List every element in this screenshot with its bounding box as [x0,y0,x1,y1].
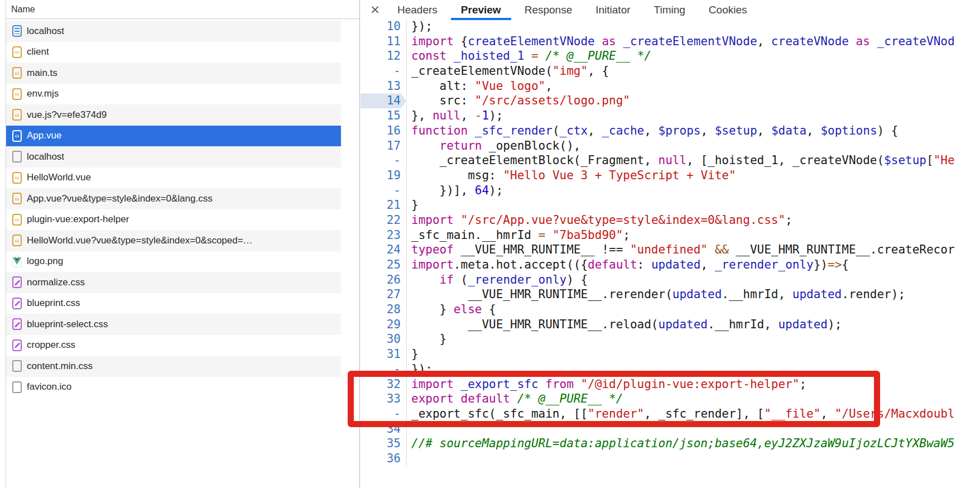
code-text: import.meta.hot.accept(({default: update… [407,257,849,272]
line-number[interactable]: - [361,183,406,198]
code-line: -_export_sfc(_sfc_main, [["render", _sfc… [361,406,980,422]
line-number[interactable]: 12 [361,49,406,64]
plain-icon [12,151,22,162]
file-row[interactable]: ‹›HelloWorld.vue [6,168,341,189]
line-number[interactable]: 34 [361,422,406,437]
line-number[interactable]: 10 [361,19,406,34]
request-details-panel: ✕ HeadersPreviewResponseInitiatorTimingC… [361,0,980,488]
line-number[interactable]: 22 [361,213,406,228]
code-line: 25import.meta.hot.accept(({default: upda… [361,257,980,272]
script-icon: ‹› [12,214,22,226]
code-line: 32import _export_sfc from "/@id/plugin-v… [361,377,980,392]
line-number[interactable]: 21 [361,198,406,213]
devtools-network-panel: Name localhost‹›client‹›main.ts‹›env.mjs… [0,0,980,488]
tab-preview[interactable]: Preview [451,0,511,20]
line-number[interactable]: - [361,406,406,422]
code-line: 28 } else { [361,302,980,317]
left-scrollbar-track[interactable] [0,0,6,488]
line-number[interactable]: 31 [361,347,406,362]
code-text: import {createElementVNode as _createEle… [407,34,955,49]
close-icon[interactable]: ✕ [363,0,387,20]
tab-cookies[interactable]: Cookies [699,0,757,20]
line-number[interactable]: 11 [361,34,406,49]
code-text: alt: "Vue logo", [407,79,553,94]
css-icon [12,276,22,288]
code-line: 34 [361,422,980,437]
file-row[interactable]: blueprint.css [6,293,341,314]
file-name-label: blueprint.css [27,298,80,309]
plain-icon [12,381,22,393]
file-row[interactable]: blueprint-select.css [6,314,341,335]
line-number[interactable]: 24 [361,242,406,257]
line-number[interactable]: 32 [361,377,406,392]
file-row[interactable]: localhost [6,146,341,168]
line-number[interactable]: 16 [361,123,406,138]
tab-headers[interactable]: Headers [387,0,448,20]
panel-splitter[interactable] [359,0,360,488]
file-row[interactable]: ‹›vue.js?v=efe374d9 [6,104,341,126]
line-number-highlighted[interactable]: 14 [361,93,406,108]
line-number[interactable]: 28 [361,302,406,317]
tab-initiator[interactable]: Initiator [585,0,640,20]
file-row[interactable]: ‹›plugin-vue:export-helper [6,209,341,231]
file-row[interactable]: favicon.ico [6,377,341,398]
code-text: } [407,332,446,347]
code-text: __VUE_HMR_RUNTIME__.rerender(updated.__h… [407,287,905,302]
line-number[interactable]: 35 [361,436,406,451]
code-text: msg: "Hello Vue 3 + TypeScript + Vite" [407,168,736,183]
code-line: 17 return _openBlock(), [361,138,980,154]
line-number[interactable]: - [361,64,406,79]
line-number[interactable]: 26 [361,272,406,288]
code-text: _createElementVNode("img", { [407,64,609,79]
code-line: 36 [361,451,980,466]
details-tabbar: ✕ HeadersPreviewResponseInitiatorTimingC… [361,0,761,20]
line-number[interactable]: 19 [361,168,406,183]
code-text: return _openBlock(), [407,138,580,154]
file-row[interactable]: ‹›HelloWorld.vue?vue&type=style&index=0&… [6,230,341,251]
preview-code-view[interactable]: 10});11import {createElementVNode as _cr… [361,19,980,488]
code-line: 23_sfc_main.__hmrId = "7ba5bd90"; [361,228,980,243]
file-row[interactable]: ‹›main.ts [6,63,341,84]
css-icon [12,339,22,351]
line-number[interactable]: 27 [361,287,406,302]
file-name-label: content.min.css [27,361,93,372]
line-number[interactable]: 23 [361,228,406,243]
file-row[interactable]: localhost [6,21,341,42]
script-icon: ‹› [12,172,22,184]
file-row[interactable]: cropper.css [6,335,341,356]
line-number[interactable]: 33 [361,391,406,406]
document-icon [12,25,22,37]
file-row[interactable]: ‹›App.vue?vue&type=style&index=0&lang.cs… [6,188,341,209]
line-number[interactable]: 13 [361,79,406,94]
code-text: _createElementBlock(_Fragment, null, [_h… [407,153,955,168]
line-number[interactable]: - [361,362,406,377]
file-row[interactable]: logo.png [6,251,341,272]
code-line: 24typeof __VUE_HMR_RUNTIME__ !== "undefi… [361,242,980,257]
file-name-label: cropper.css [27,339,75,351]
code-text: import "/src/App.vue?vue&type=style&inde… [407,213,792,228]
code-text: //# sourceMappingURL=data:application/js… [407,436,955,451]
line-number[interactable]: 29 [361,317,406,332]
line-number[interactable]: 36 [361,451,406,466]
file-row[interactable]: content.min.css [6,356,341,377]
line-number[interactable]: - [361,153,406,168]
file-name-label: HelloWorld.vue?vue&type=style&index=0&sc… [27,235,253,246]
code-line: 13 alt: "Vue logo", [361,79,980,94]
file-row[interactable]: ‹›client [6,42,341,63]
line-number[interactable]: 25 [361,257,406,272]
gutter-divider [406,451,407,466]
name-column-header[interactable]: Name [6,0,359,19]
tab-timing[interactable]: Timing [644,0,695,20]
code-text: import _export_sfc from "/@id/plugin-vue… [407,377,806,392]
file-row[interactable]: ‹›env.mjs [6,84,341,105]
code-text: } [407,347,419,362]
code-line: -}); [361,362,980,377]
file-row[interactable]: normalize.css [6,272,341,293]
file-row[interactable]: ‹›App.vue [6,126,341,147]
line-number[interactable]: 15 [361,108,406,123]
line-number[interactable]: 30 [361,332,406,347]
request-rows: localhost‹›client‹›main.ts‹›env.mjs‹›vue… [6,21,341,398]
code-text: }); [407,362,433,377]
line-number[interactable]: 17 [361,138,406,154]
tab-response[interactable]: Response [515,0,583,20]
